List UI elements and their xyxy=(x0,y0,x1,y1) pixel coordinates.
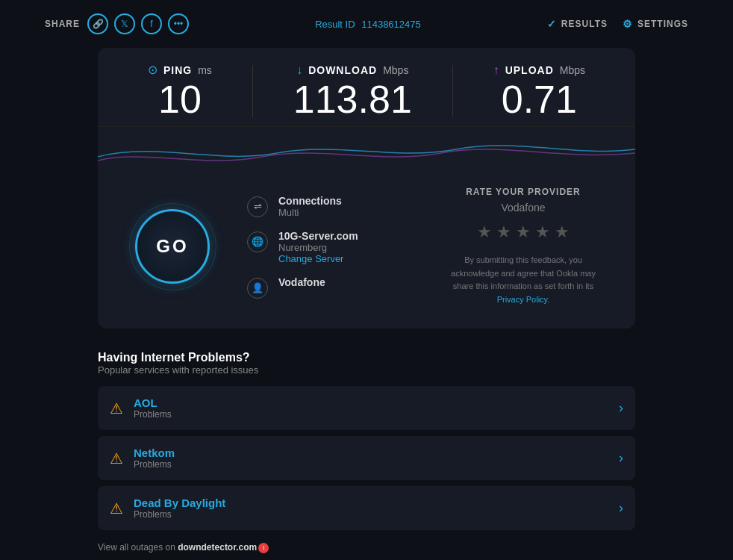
connections-value: Multi xyxy=(278,207,342,218)
problem-status-netkom: Problems xyxy=(134,459,619,470)
chevron-aol: › xyxy=(619,400,623,416)
provider-name: Vodafone xyxy=(501,202,545,214)
twitter-icon[interactable]: 𝕏 xyxy=(114,13,135,34)
facebook-icon[interactable]: f xyxy=(141,13,162,34)
upload-metric: ↑ UPLOAD Mbps 0.71 xyxy=(493,63,585,119)
stars-container: ★ ★ ★ ★ ★ xyxy=(477,223,570,242)
result-id-value[interactable]: 11438612475 xyxy=(361,19,421,30)
problem-name-dbd: Dead By Daylight xyxy=(134,497,619,509)
downdetector-link[interactable]: downdetector.com xyxy=(178,542,257,553)
connections-label: Connections xyxy=(278,195,342,207)
problem-name-netkom: Netkom xyxy=(134,447,619,459)
download-icon: ↓ xyxy=(296,63,302,77)
connections-item: ⇌ Connections Multi xyxy=(247,195,411,218)
problem-item-aol[interactable]: ⚠ AOL Problems › xyxy=(98,386,635,430)
provider-section: RATE YOUR PROVIDER Vodafone ★ ★ ★ ★ ★ By… xyxy=(434,187,613,306)
metrics-row: ⊙ PING ms 10 ↓ DOWNLOAD Mbps 113.81 ↑ UP… xyxy=(98,48,635,127)
settings-label: SETTINGS xyxy=(637,19,688,29)
result-id: Result ID 11438612475 xyxy=(315,19,421,30)
isp-content: Vodafone xyxy=(278,276,325,288)
download-value: 113.81 xyxy=(293,80,412,119)
problems-section: Having Internet Problems? Popular servic… xyxy=(98,351,635,560)
problem-name-aol: AOL xyxy=(134,396,619,409)
upload-name: UPLOAD xyxy=(505,64,554,76)
results-nav[interactable]: ✓ RESULTS xyxy=(547,18,608,30)
ping-unit: ms xyxy=(198,64,212,76)
ping-metric: ⊙ PING ms 10 xyxy=(148,63,212,119)
upload-unit: Mbps xyxy=(560,64,585,76)
results-label: RESULTS xyxy=(561,19,608,29)
chevron-netkom: › xyxy=(619,450,623,466)
divider-1 xyxy=(252,65,253,117)
share-section: SHARE 🔗 𝕏 f ••• xyxy=(45,13,189,34)
problem-content-aol: AOL Problems xyxy=(134,396,619,420)
server-location: Nuremberg xyxy=(278,242,358,253)
problem-item-dbd[interactable]: ⚠ Dead By Daylight Problems › xyxy=(98,486,635,530)
connections-content: Connections Multi xyxy=(278,195,342,218)
main-card: ⊙ PING ms 10 ↓ DOWNLOAD Mbps 113.81 ↑ UP… xyxy=(98,48,635,329)
feedback-text: By submitting this feedback, you acknowl… xyxy=(441,254,605,306)
warning-icon-netkom: ⚠ xyxy=(110,449,123,467)
star-4[interactable]: ★ xyxy=(535,223,550,242)
isp-item: 👤 Vodafone xyxy=(247,276,411,299)
problems-subtitle: Popular services with reported issues xyxy=(98,364,635,376)
chevron-dbd: › xyxy=(619,500,623,516)
download-name: DOWNLOAD xyxy=(308,64,377,76)
star-5[interactable]: ★ xyxy=(555,223,570,242)
footer-text: View all outages on xyxy=(98,542,175,553)
warning-icon-aol: ⚠ xyxy=(110,399,123,417)
upload-header: ↑ UPLOAD Mbps xyxy=(493,63,585,77)
link-icon[interactable]: 🔗 xyxy=(87,13,108,34)
problem-status-dbd: Problems xyxy=(134,509,619,520)
settings-icon: ⚙ xyxy=(623,18,633,30)
server-item: 🌐 10G-Server.com Nuremberg Change Server xyxy=(247,230,411,264)
problems-title: Having Internet Problems? xyxy=(98,351,635,364)
ping-value: 10 xyxy=(158,80,202,119)
ping-icon: ⊙ xyxy=(148,63,157,77)
go-section: GO xyxy=(120,187,225,306)
server-icon: 🌐 xyxy=(247,231,268,252)
privacy-policy-link[interactable]: Privacy Policy. xyxy=(497,295,550,304)
share-label: SHARE xyxy=(45,19,80,29)
download-unit: Mbps xyxy=(383,64,408,76)
more-icon[interactable]: ••• xyxy=(168,13,189,34)
star-3[interactable]: ★ xyxy=(516,223,531,242)
star-2[interactable]: ★ xyxy=(496,223,511,242)
star-1[interactable]: ★ xyxy=(477,223,492,242)
go-button[interactable]: GO xyxy=(135,209,210,284)
footer-line: View all outages on downdetector.com! xyxy=(98,536,635,553)
results-icon: ✓ xyxy=(547,18,557,30)
problem-content-netkom: Netkom Problems xyxy=(134,447,619,470)
upload-value: 0.71 xyxy=(502,80,577,119)
problem-status-aol: Problems xyxy=(134,409,619,420)
footer-badge: ! xyxy=(258,543,269,553)
problem-item-netkom[interactable]: ⚠ Netkom Problems › xyxy=(98,436,635,480)
server-content: 10G-Server.com Nuremberg Change Server xyxy=(278,230,358,264)
server-name: 10G-Server.com xyxy=(278,230,358,242)
server-info: ⇌ Connections Multi 🌐 10G-Server.com Nur… xyxy=(240,187,419,306)
info-row: GO ⇌ Connections Multi 🌐 10G-Server.com … xyxy=(98,172,635,329)
ping-header: ⊙ PING ms xyxy=(148,63,212,77)
ping-name: PING xyxy=(163,64,192,76)
settings-nav[interactable]: ⚙ SETTINGS xyxy=(623,18,688,30)
divider-2 xyxy=(452,65,453,117)
warning-icon-dbd: ⚠ xyxy=(110,500,123,517)
problem-content-dbd: Dead By Daylight Problems xyxy=(134,497,619,520)
problems-header: Having Internet Problems? Popular servic… xyxy=(98,351,635,376)
connections-icon: ⇌ xyxy=(247,196,268,217)
isp-icon: 👤 xyxy=(247,278,268,299)
top-bar: SHARE 🔗 𝕏 f ••• Result ID 11438612475 ✓ … xyxy=(0,0,733,48)
isp-name: Vodafone xyxy=(278,276,325,288)
rate-title: RATE YOUR PROVIDER xyxy=(466,187,581,197)
right-nav: ✓ RESULTS ⚙ SETTINGS xyxy=(547,18,688,30)
download-header: ↓ DOWNLOAD Mbps xyxy=(296,63,408,77)
share-icons: 🔗 𝕏 f ••• xyxy=(87,13,189,34)
wave-area xyxy=(98,127,635,172)
download-metric: ↓ DOWNLOAD Mbps 113.81 xyxy=(293,63,412,119)
change-server-link[interactable]: Change Server xyxy=(278,253,358,264)
upload-icon: ↑ xyxy=(493,63,499,77)
go-label: GO xyxy=(156,236,188,257)
